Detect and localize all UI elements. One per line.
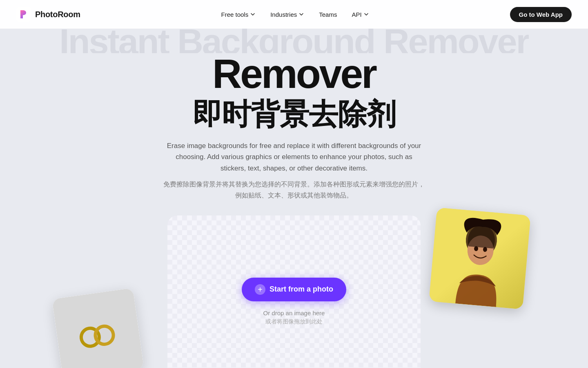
chevron-down-icon [298,11,304,17]
hero-title-remover: Remover [204,53,384,94]
hero-description: Erase image backgrounds for free and rep… [155,140,433,201]
hero-desc-en: Erase image backgrounds for free and rep… [163,140,425,174]
go-to-web-app-button[interactable]: Go to Web App [510,7,572,22]
float-image-person [429,208,530,310]
hero-title-zh: 即时背景去除剂 [185,94,404,130]
nav-item-industries[interactable]: Industries [265,8,310,21]
nav-item-free-tools[interactable]: Free tools [216,8,262,21]
start-from-photo-button[interactable]: + Start from a photo [242,278,346,301]
chevron-down-icon [363,11,369,17]
nav-item-teams[interactable]: Teams [313,8,343,21]
main-content: Instant Background Remover Remover 即时背景去… [0,0,588,368]
upload-button-label: Start from a photo [270,285,333,294]
upload-container: + Start from a photo Or drop an image he… [49,215,539,368]
hero-desc-zh: 免费擦除图像背景并将其替换为您选择的不同背景。添加各种图形或元素来增强您的照片，… [163,179,425,201]
nav-links: Free tools Industries Teams API [216,8,375,21]
upload-drop-zone[interactable]: + Start from a photo Or drop an image he… [167,215,421,368]
plus-icon: + [255,284,265,295]
navbar: PhotoRoom Free tools Industries Teams AP… [0,0,588,29]
drop-text: Or drop an image here 或者将图像拖放到此处 [263,310,325,325]
logo-link[interactable]: PhotoRoom [16,7,80,22]
logo-text: PhotoRoom [35,10,80,19]
float-image-jewelry [52,288,144,368]
drop-text-zh: 或者将图像拖放到此处 [263,318,325,325]
nav-item-api[interactable]: API [346,8,374,21]
svg-point-2 [94,325,115,346]
logo-icon [16,7,31,22]
drop-text-en: Or drop an image here [263,310,325,316]
chevron-down-icon [250,11,256,17]
